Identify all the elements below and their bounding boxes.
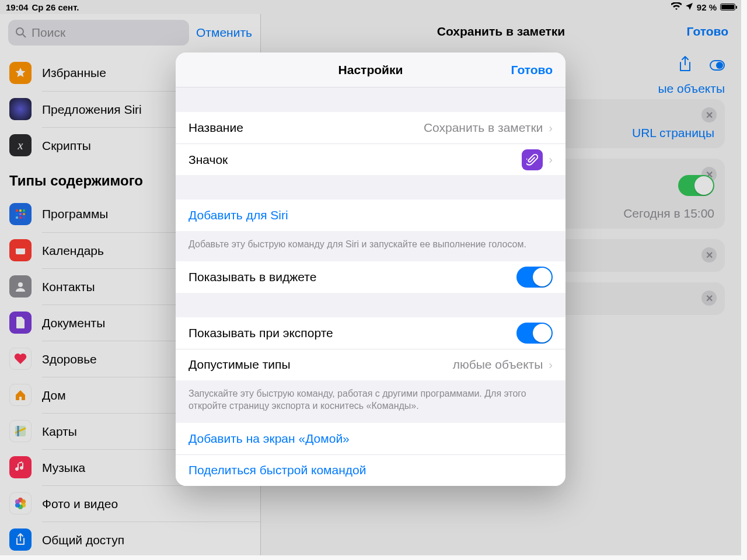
types-value: любые объекты [453,358,543,372]
chevron-right-icon: › [549,153,553,166]
modal-title: Настройки [338,63,403,77]
row-show-in-widget: Показывать в виджете [176,261,566,293]
types-label: Допустимые типы [189,358,290,372]
export-switch[interactable] [516,323,553,344]
name-label: Название [189,121,243,135]
row-name[interactable]: Название Сохранить в заметки › [176,112,566,144]
share-shortcut-button[interactable]: Поделиться быстрой командой [176,454,566,486]
row-icon[interactable]: Значок › [176,144,566,175]
icon-label: Значок [189,153,228,167]
add-to-siri-label: Добавить для Siri [189,208,288,222]
chevron-right-icon: › [549,358,553,372]
name-value: Сохранить в заметки [424,121,543,135]
share-shortcut-label: Поделиться быстрой командой [189,463,366,477]
export-label: Показывать при экспорте [189,326,333,340]
chevron-right-icon: › [549,121,553,135]
widget-label: Показывать в виджете [189,270,316,284]
export-footer-note: Запускайте эту быструю команду, работая … [176,380,566,423]
add-to-home-button[interactable]: Добавить на экран «Домой» [176,423,566,454]
add-to-siri-button[interactable]: Добавить для Siri [176,200,566,231]
settings-modal: Настройки Готово Название Сохранить в за… [176,52,566,486]
widget-switch[interactable] [516,267,553,288]
modal-header: Настройки Готово [176,52,566,88]
attachment-icon [522,149,543,170]
modal-done-button[interactable]: Готово [511,63,553,77]
row-accepted-types[interactable]: Допустимые типы любые объекты › [176,349,566,380]
add-to-home-label: Добавить на экран «Домой» [189,432,350,446]
row-show-in-share-sheet: Показывать при экспорте [176,317,566,349]
siri-footer-note: Добавьте эту быструю команду для Siri и … [176,231,566,261]
